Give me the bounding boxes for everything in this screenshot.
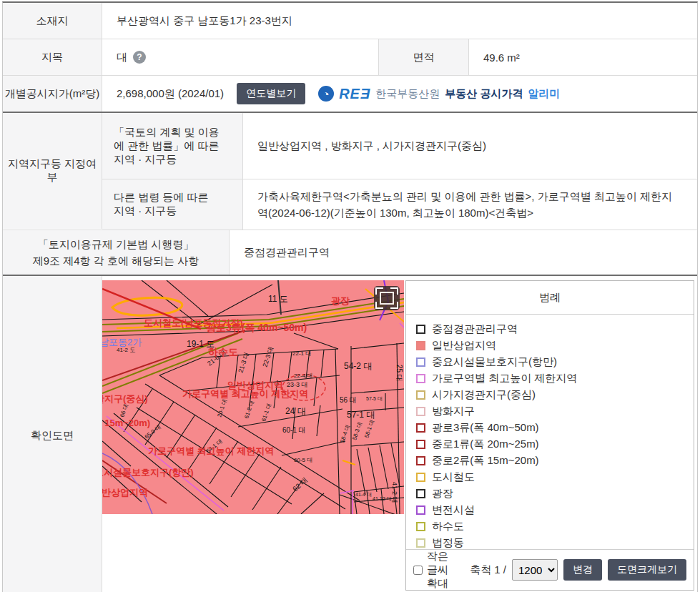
map-label: 60-5 대: [294, 457, 312, 463]
legend-title: 범례: [406, 281, 694, 315]
legend-swatch: [416, 538, 425, 548]
legend-swatch: [416, 505, 425, 515]
map-label: 가로구역별 최고높이 제한지역: [182, 388, 308, 399]
reb-logo-link[interactable]: ◔ REƎ 한국부동산원 부동산 공시가격 알리미: [318, 86, 560, 102]
map-label: 24 대: [285, 406, 306, 416]
map-label: 22-1 대: [292, 350, 311, 357]
jimok-label: 지목: [3, 39, 102, 75]
legend-item: 가로구역별 최고높이 제한지역: [416, 370, 686, 387]
row-jimok-area: 지목 대 ? 면적 49.6 m²: [3, 39, 697, 75]
legend-item-label: 시가지경관지구(중심): [432, 388, 536, 402]
price-value: 2,698,000원 (2024/01): [117, 87, 224, 101]
legend-item: 방화지구: [416, 403, 686, 420]
legend-controls: 작은글씨확대 축척 1 / 1200 변경 도면크게보기: [406, 549, 694, 590]
jimok-value: 대: [117, 51, 127, 64]
land-use-table: 소재지 부산광역시 중구 남포동1가 23-3번지 지목 대 ? 면적 49.6…: [2, 1, 698, 592]
legend-item-label: 변전시설: [432, 503, 475, 517]
price-cell: 2,698,000원 (2024/01) 연도별보기 ◔ REƎ 한국부동산원 …: [102, 76, 697, 112]
reb-org-text: 한국부동산원: [375, 87, 440, 101]
reb-wordmark: REƎ: [339, 86, 370, 102]
map-label: 중요시설물보호지구(항만): [102, 467, 194, 478]
zones-label: 지역지구등 지정여부: [3, 113, 102, 229]
map-label: 중로2류(폭 15m~20m): [102, 418, 150, 428]
map-label: 56 대: [340, 396, 357, 404]
legend-swatch: [416, 440, 425, 449]
reb-logo-icon: ◔: [318, 86, 334, 102]
legend-item-label: 가로구역별 최고높이 제한지역: [432, 372, 577, 385]
legend-swatch: [416, 374, 425, 383]
zones-subrow-1: 「국토의 계획 및 이용 에 관한 법률」에 따른 지역 · 지구등 일반상업지…: [102, 113, 697, 179]
legend-swatch: [416, 423, 425, 433]
legend-item: 시가지경관지구(중심): [416, 387, 686, 403]
map-label: 60-1 대: [282, 426, 306, 434]
map-label: 일반상업지역: [102, 487, 148, 498]
maprow-label: 확인도면: [3, 276, 102, 592]
small-text-label: 작은글씨확대: [427, 550, 455, 591]
map-label: 41-4 대: [355, 492, 372, 497]
area-label: 면적: [379, 39, 469, 75]
scale-select[interactable]: 1200: [512, 559, 558, 581]
map-label: 시가지경관지구(중심): [102, 393, 148, 404]
legend-item: 일반상업지역: [416, 337, 686, 354]
map-label: 22-4 대: [294, 373, 312, 379]
legend-item-label: 광장: [432, 487, 453, 500]
map-label: 하수도: [208, 346, 238, 357]
yearly-view-button[interactable]: 연도별보기: [237, 83, 305, 104]
legend-swatch: [416, 390, 425, 400]
legend-item: 하수도: [416, 518, 686, 535]
jimok-value-cell: 대 ?: [102, 39, 379, 75]
legend-item-label: 하수도: [432, 520, 464, 533]
legend-item-label: 광로3류(폭 40m~50m): [432, 421, 539, 435]
legend-swatch: [416, 489, 425, 498]
legend-swatch: [416, 357, 425, 367]
legend-swatch: [416, 325, 425, 334]
fullscreen-icon[interactable]: [374, 286, 400, 310]
map-enlarge-button[interactable]: 도면크게보기: [608, 559, 686, 581]
legend-item-label: 중점경관관리구역: [432, 322, 518, 336]
zones-subtable: 「국토의 계획 및 이용 에 관한 법률」에 따른 지역 · 지구등 일반상업지…: [102, 113, 697, 230]
legend-swatch: [416, 522, 425, 531]
cadastral-map[interactable]: 11 도19-1 도41-2 도21-6 대21-3 대22-3 대22-1 대…: [102, 280, 404, 514]
map-label: 41-12 대: [373, 496, 392, 501]
zones-sub2-label: 다른 법령 등에 따른 지역 · 지구등: [102, 179, 243, 230]
area-value: 49.6 m²: [469, 39, 697, 75]
location-value: 부산광역시 중구 남포동1가 23-3번지: [102, 3, 697, 39]
legend-item: 중요시설물보호지구(항만): [416, 354, 686, 370]
scale-change-button[interactable]: 변경: [563, 559, 602, 581]
row-regulation: 「토지이용규제 기본법 시행령」 제9조 제4항 각 호에 해당되는 사항 중점…: [3, 230, 697, 275]
legend-swatch: [416, 473, 425, 482]
legend-item: 중로1류(폭 20m~25m): [416, 436, 686, 453]
legend-item: 광로3류(폭 40m~50m): [416, 420, 686, 436]
map-label: 41-2 대: [391, 482, 398, 503]
map-label: 23-3 대: [287, 381, 308, 388]
zones-sub1-value: 일반상업지역 , 방화지구 , 시가지경관지구(중심): [243, 113, 697, 179]
small-text-checkbox[interactable]: [413, 565, 423, 576]
map-label: 남포동2가: [102, 337, 142, 347]
small-text-toggle[interactable]: 작은글씨확대: [413, 550, 455, 591]
map-label: 57-1 대: [347, 410, 375, 420]
legend-item: 도시철도: [416, 469, 686, 485]
map-label: 가로구역별 최고높이 제한지역: [148, 445, 274, 456]
price-label: 개별공시지가(m²당): [3, 76, 102, 112]
legend-item-label: 법정동: [432, 536, 464, 549]
legend-item-label: 방화지구: [432, 405, 475, 418]
map-label: 광로3류(폭 40m~50m): [206, 322, 307, 333]
help-icon[interactable]: ?: [133, 51, 146, 64]
legend-item: 중점경관관리구역: [416, 321, 686, 337]
zones-sub1-label: 「국토의 계획 및 이용 에 관한 법률」에 따른 지역 · 지구등: [102, 113, 243, 179]
legend-item-label: 중로1류(폭 20m~25m): [432, 438, 539, 451]
reb-alimi-text: 알리미: [528, 87, 560, 101]
zones-subrow-2: 다른 법령 등에 따른 지역 · 지구등 가축사육제한구역<가축분뇨의 관리 및…: [102, 179, 697, 230]
legend-item-label: 중요시설물보호지구(항만): [432, 355, 557, 369]
legend-item: 법정동: [416, 535, 686, 549]
map-label: 54-2 대: [344, 361, 372, 371]
map-label: 광장: [331, 295, 350, 306]
legend-swatch: [416, 407, 425, 416]
regulation-label: 「토지이용규제 기본법 시행령」 제9조 제4항 각 호에 해당되는 사항: [3, 230, 230, 275]
zones-sub2-value: 가축사육제한구역<가축분뇨의 관리 및 이용에 관한 법률>, 가로구역별 최고…: [243, 179, 697, 230]
legend-list: 중점경관관리구역 일반상업지역 중요시설물보호지구(항만) 가로: [406, 315, 694, 549]
scale-label: 축척 1 /: [470, 563, 506, 577]
legend-item: 광장: [416, 485, 686, 502]
legend-swatch: [416, 341, 425, 350]
map-label: 57-5 대: [366, 396, 383, 401]
